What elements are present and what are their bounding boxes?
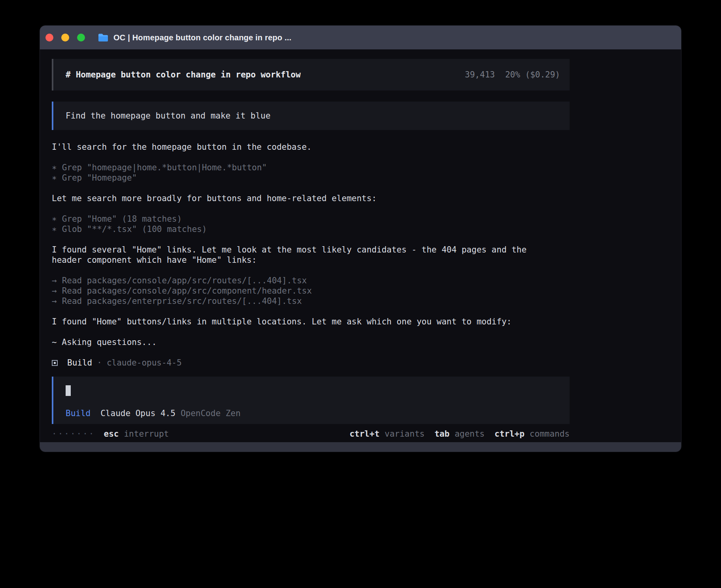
hint-label: variants <box>385 429 425 439</box>
text-cursor-icon <box>66 385 71 396</box>
folder-icon <box>98 33 109 42</box>
window-title: OC | Homepage button color change in rep… <box>113 33 291 42</box>
assistant-text: I'll search for the homepage button in t… <box>52 142 550 152</box>
hint-agents: tab agents <box>434 429 485 439</box>
arrow-right-icon: → <box>52 286 57 296</box>
tool-call-text: Read packages/console/app/src/component/… <box>62 286 312 296</box>
agent-model: claude-opus-4-5 <box>107 358 182 368</box>
assistant-text: Let me search more broadly for buttons a… <box>52 193 550 204</box>
token-count: 39,413 <box>465 70 495 80</box>
asterisk-icon: ∗ <box>52 224 57 234</box>
agent-status: Build · claude-opus-4-5 <box>52 358 570 368</box>
input-provider-label: OpenCode Zen <box>181 409 241 418</box>
tool-call-text: Grep "homepage|home.*button|Home.*button… <box>62 163 267 172</box>
input-model-label: Claude Opus 4.5 <box>100 409 176 418</box>
hint-key: ctrl+t <box>349 429 379 439</box>
tool-call-text: Read packages/console/app/src/routes/[..… <box>62 276 307 285</box>
tool-call-grep: ∗Grep "homepage|home.*button|Home.*butto… <box>52 162 570 173</box>
hint-label: agents <box>455 429 485 439</box>
interrupt-hint: ······· esc interrupt <box>52 429 169 439</box>
titlebar[interactable]: OC | Homepage button color change in rep… <box>40 26 681 49</box>
terminal-window: OC | Homepage button color change in rep… <box>40 25 681 452</box>
session-title-text: Homepage button color change in repo wor… <box>76 70 301 79</box>
esc-key-label: esc <box>104 429 119 439</box>
hint-label: commands <box>530 429 570 439</box>
tool-call-group: ∗Grep "Home" (18 matches) ∗Glob "**/*.ts… <box>52 214 570 234</box>
arrow-right-icon: → <box>52 275 57 286</box>
tool-call-grep: ∗Grep "Home" (18 matches) <box>52 214 570 224</box>
desktop: OC | Homepage button color change in rep… <box>0 0 721 588</box>
window-controls <box>45 34 85 41</box>
session-header: #Homepage button color change in repo wo… <box>52 59 570 90</box>
assistant-text: I found several "Home" links. Let me loo… <box>52 245 550 265</box>
tool-call-text: Grep "Home" (18 matches) <box>62 214 182 224</box>
dot-separator: · <box>97 358 102 368</box>
hint-commands: ctrl+p commands <box>495 429 570 439</box>
tool-call-read: →Read packages/console/app/src/routes/[.… <box>52 275 570 286</box>
asterisk-icon: ∗ <box>52 162 57 173</box>
terminal-content: #Homepage button color change in repo wo… <box>40 49 681 442</box>
context-cost: 20% ($0.29) <box>505 70 560 80</box>
status-bar: ······· esc interrupt ctrl+t variants ta… <box>52 429 570 439</box>
close-button[interactable] <box>45 34 53 41</box>
session-hash: # <box>66 70 71 79</box>
tool-call-text: Grep "Homepage" <box>62 173 137 183</box>
assistant-text: I found "Home" buttons/links in multiple… <box>52 317 550 327</box>
agent-mode-icon <box>52 360 58 366</box>
tool-call-read: →Read packages/enterprise/src/routes/[..… <box>52 296 570 306</box>
hint-key: tab <box>434 429 449 439</box>
working-status: ~ Asking questions... <box>52 337 550 347</box>
tool-call-glob: ∗Glob "**/*.tsx" (100 matches) <box>52 224 570 234</box>
session-stats: 39,413 20% ($0.29) <box>465 70 560 80</box>
input-mode-label: Build <box>66 409 91 418</box>
session-title: #Homepage button color change in repo wo… <box>66 70 301 80</box>
tool-call-text: Read packages/enterprise/src/routes/[...… <box>62 296 302 306</box>
tool-call-text: Glob "**/*.tsx" (100 matches) <box>62 224 207 234</box>
tool-call-group: ∗Grep "homepage|home.*button|Home.*butto… <box>52 162 570 183</box>
hint-variants: ctrl+t variants <box>349 429 425 439</box>
tool-call-group: →Read packages/console/app/src/routes/[.… <box>52 275 570 306</box>
keyboard-hints: ctrl+t variants tab agents ctrl+p comman… <box>349 429 570 439</box>
tool-call-read: →Read packages/console/app/src/component… <box>52 286 570 296</box>
prompt-input[interactable]: BuildClaude Opus 4.5OpenCode Zen <box>52 377 570 424</box>
asterisk-icon: ∗ <box>52 173 57 183</box>
user-message: Find the homepage button and make it blu… <box>52 102 570 130</box>
hint-key: ctrl+p <box>495 429 525 439</box>
spinner-dots-icon: ······· <box>52 429 95 439</box>
asterisk-icon: ∗ <box>52 214 57 224</box>
tool-call-grep: ∗Grep "Homepage" <box>52 173 570 183</box>
minimize-button[interactable] <box>61 34 69 41</box>
user-message-text: Find the homepage button and make it blu… <box>66 111 270 121</box>
window-bottom-bar <box>40 442 681 452</box>
arrow-right-icon: → <box>52 296 57 306</box>
model-info-line: BuildClaude Opus 4.5OpenCode Zen <box>66 408 560 418</box>
agent-name: Build <box>67 358 92 368</box>
esc-action-label: interrupt <box>124 429 169 439</box>
zoom-button[interactable] <box>77 34 85 41</box>
